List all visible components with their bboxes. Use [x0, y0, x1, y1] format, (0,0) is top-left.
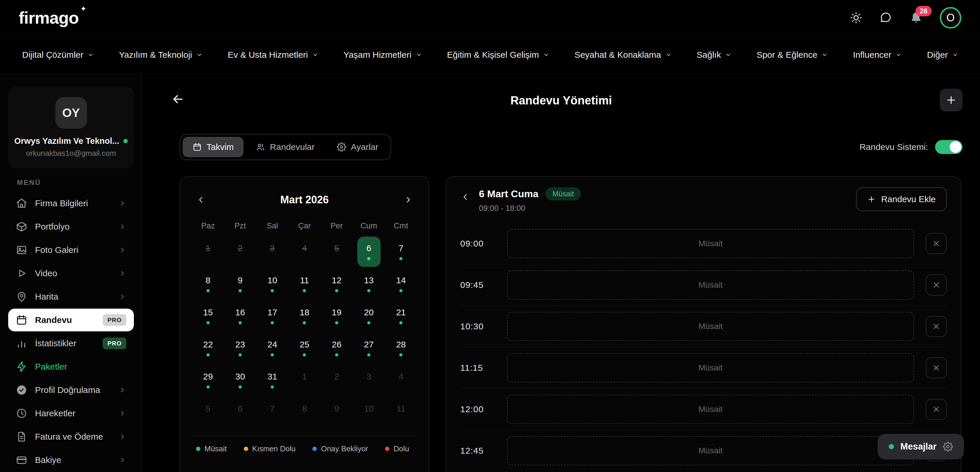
sidebar-item-paketler[interactable]: Paketler — [8, 355, 134, 378]
chevron-right-icon — [119, 456, 126, 464]
bar-chart-icon — [16, 338, 27, 349]
sidebar-item-profil-dogrulama[interactable]: Profil Doğrulama — [8, 379, 134, 402]
sidebar-item-video[interactable]: Video — [8, 262, 134, 285]
category-nav-item[interactable]: Influencer — [853, 50, 902, 60]
calendar-day-cell[interactable]: 24 — [256, 332, 288, 364]
calendar-day-cell[interactable]: 22 — [192, 332, 224, 364]
calendar-day-cell[interactable]: 20 — [353, 300, 385, 332]
sidebar-item-hareketler[interactable]: Hareketler — [8, 402, 134, 425]
calendar-day-cell[interactable]: 28 — [385, 332, 417, 364]
calendar-day-cell[interactable]: 7 — [385, 236, 417, 268]
map-pin-icon — [16, 291, 27, 303]
calendar-day-cell[interactable]: 29 — [192, 364, 224, 396]
month-title: Mart 2026 — [280, 194, 329, 206]
add-button[interactable] — [940, 89, 963, 112]
calendar-day-cell[interactable]: 26 — [321, 332, 353, 364]
calendar-day-cell[interactable]: 9 — [224, 268, 256, 300]
category-nav-item[interactable]: Yazılım & Teknoloji — [119, 50, 203, 60]
calendar-day-cell[interactable]: 17 — [256, 300, 288, 332]
prev-month-button[interactable] — [196, 195, 205, 204]
calendar-day-cell[interactable]: 23 — [224, 332, 256, 364]
image-icon — [16, 244, 27, 256]
calendar-day-cell[interactable]: 13 — [353, 268, 385, 300]
tab-takvim[interactable]: Takvim — [183, 137, 243, 157]
chevron-down-icon — [896, 52, 902, 58]
calendar-day-cell[interactable]: 11 — [288, 268, 321, 300]
prev-day-button[interactable] — [460, 192, 470, 202]
calendar-day-cell[interactable]: 31 — [256, 364, 288, 396]
slot-time: 11:15 — [460, 363, 495, 373]
plus-icon — [945, 94, 957, 106]
calendar-day-cell: 1 — [288, 364, 321, 396]
sidebar-item-randevu[interactable]: Randevu PRO — [8, 309, 134, 332]
calendar-day-cell[interactable]: 10 — [256, 268, 288, 300]
slot-remove-button[interactable] — [926, 274, 947, 295]
slot-status-box[interactable]: Müsait — [507, 229, 914, 258]
category-nav-item[interactable]: Yaşam Hizmetleri — [344, 50, 422, 60]
availability-dot — [303, 353, 306, 357]
chat-button[interactable] — [879, 11, 892, 24]
category-nav-item[interactable]: Eğitim & Kişisel Gelişim — [447, 50, 549, 60]
notifications-button[interactable]: 26 — [909, 11, 923, 24]
sidebar-item-foto-galeri[interactable]: Foto Galeri — [8, 239, 134, 262]
slot-remove-button[interactable] — [926, 357, 947, 378]
calendar-day-cell[interactable]: 8 — [192, 268, 224, 300]
calendar-day-cell[interactable]: 30 — [224, 364, 256, 396]
calendar-day-cell: 8 — [288, 396, 321, 428]
tab-randevular[interactable]: Randevular — [246, 137, 325, 157]
system-toggle-switch[interactable] — [935, 140, 963, 154]
slot-remove-button[interactable] — [926, 316, 947, 337]
category-nav-item[interactable]: Spor & Eğlence — [757, 50, 828, 60]
sidebar-item-harita[interactable]: Harita — [8, 285, 134, 308]
chevron-right-icon — [119, 269, 126, 277]
sidebar-item-fatura-ve-odeme[interactable]: Fatura ve Ödeme — [8, 425, 134, 448]
theme-toggle-button[interactable] — [850, 12, 862, 24]
calendar-day-cell[interactable]: 15 — [192, 300, 224, 332]
category-nav-item[interactable]: Seyahat & Konaklama — [574, 50, 672, 60]
slot-status-box[interactable]: Müsait — [507, 270, 914, 300]
slot-status-box[interactable]: Müsait — [507, 395, 914, 424]
calendar-day-cell: 2 — [321, 364, 353, 396]
next-month-button[interactable] — [404, 195, 413, 204]
chevron-right-icon — [119, 386, 126, 394]
tab-ayarlar[interactable]: Ayarlar — [327, 137, 388, 157]
slot-status-box[interactable]: Müsait — [507, 353, 914, 383]
calendar-day-cell[interactable]: 14 — [385, 268, 417, 300]
category-nav-item[interactable]: Ev & Usta Hizmetleri — [228, 50, 318, 60]
calendar-day-cell[interactable]: 12 — [321, 268, 353, 300]
calendar-day-cell[interactable]: 25 — [288, 332, 321, 364]
calendar-day-cell[interactable]: 19 — [321, 300, 353, 332]
page-title: Randevu Yönetimi — [142, 94, 980, 107]
category-nav-item[interactable]: Sağlık — [697, 50, 732, 60]
slot-time: 09:45 — [460, 280, 495, 290]
calendar-day-cell[interactable]: 16 — [224, 300, 256, 332]
legend-item: Dolu — [385, 444, 409, 453]
category-nav-item[interactable]: Dijital Çözümler — [22, 50, 94, 60]
slot-status-box[interactable]: Müsait — [507, 312, 914, 341]
slot-remove-button[interactable] — [926, 233, 947, 254]
x-icon — [932, 364, 940, 372]
availability-dot — [367, 353, 371, 357]
availability-dot — [207, 289, 210, 292]
profile-avatar-button[interactable]: O — [940, 7, 961, 29]
messages-button[interactable]: Mesajlar — [878, 434, 964, 459]
sidebar-item-firma-bilgileri[interactable]: Firma Bilgileri — [8, 192, 134, 215]
category-nav-item[interactable]: Diğer — [927, 50, 958, 60]
calendar-day-cell[interactable]: 6 — [353, 236, 385, 268]
sidebar-item-bakiye[interactable]: Bakiye — [8, 449, 134, 471]
calendar-day-cell: 3 — [256, 236, 288, 268]
sidebar-item-portfolyo[interactable]: Portfolyo — [8, 215, 134, 238]
pro-badge: PRO — [103, 338, 126, 349]
chevron-down-icon — [952, 52, 958, 58]
calendar-day-cell[interactable]: 21 — [385, 300, 417, 332]
time-slot-row: 10:30 Müsait — [460, 306, 947, 347]
calendar-day-cell[interactable]: 18 — [288, 300, 321, 332]
slot-remove-button[interactable] — [926, 399, 947, 420]
calendar-divider — [192, 435, 417, 435]
calendar-day-cell[interactable]: 27 — [353, 332, 385, 364]
add-appointment-button[interactable]: Randevu Ekle — [856, 187, 947, 211]
day-title: 6 Mart Cuma — [479, 188, 538, 199]
sidebar-item-istatistikler[interactable]: İstatistikler PRO — [8, 332, 134, 355]
calendar-day-cell: 5 — [192, 396, 224, 428]
slot-status-box[interactable]: Müsait — [507, 436, 914, 465]
